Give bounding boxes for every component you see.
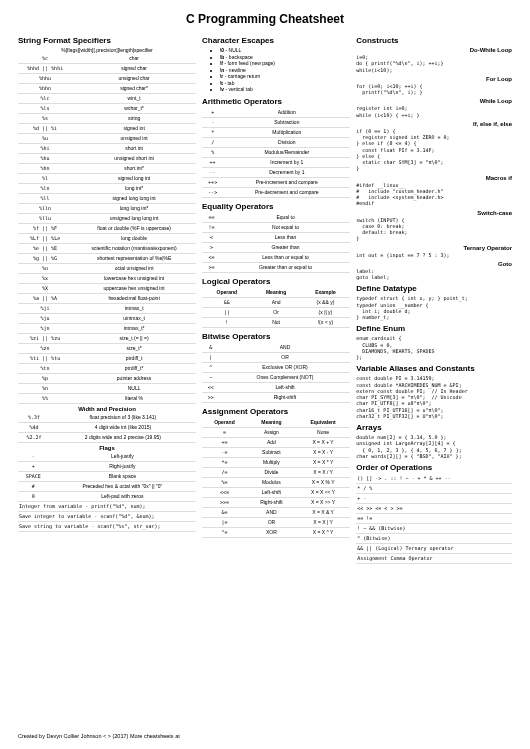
constructs-heading: Constructs	[356, 36, 512, 45]
table-row: %lswchar_t*	[18, 104, 196, 114]
table-row: &&And(x && y)	[202, 297, 350, 307]
table-row: Save integer to variable - scanf("%d", &…	[18, 512, 196, 522]
flags-table: -Left-justify+Right-justifySPACEBlank sp…	[18, 452, 196, 502]
format-footer-table: Integer from variable - printf("%d", num…	[18, 502, 196, 532]
table-row: ^=XORX = X ^ Y	[202, 527, 350, 537]
table-row: %juuintmax_t	[18, 314, 196, 324]
table-row: -Left-justify	[18, 452, 196, 462]
table-row: &AND	[202, 343, 350, 353]
table-row: == !=	[356, 514, 512, 524]
table-row: <<=Left-shiftX = X << Y	[202, 487, 350, 497]
equality-table: ==Equal to!=Not equal to<Less than>Great…	[202, 213, 350, 273]
width-precision-heading: Width and Precision	[18, 406, 196, 412]
table-row: %Modulus/Remainder	[202, 147, 350, 157]
define-enum-code: enum cardsuit { CLUBS = 0, DIAMONDS, HEA…	[356, 335, 512, 360]
table-row: %ti || %tuptrdiff_t	[18, 354, 196, 364]
table-row: %huunsigned short int	[18, 154, 196, 164]
dowhile-heading: Do-While Loop	[356, 47, 512, 53]
macros-heading: Macros if	[356, 175, 512, 181]
table-row: !=Not equal to	[202, 222, 350, 232]
for-code: for (i=0; i<10; ++i) { printf("%d\n", i)…	[356, 83, 512, 96]
format-specifiers-table: %cchar%hhd || %hhisigned char%hhuunsigne…	[18, 54, 196, 404]
table-row: !Not!(x < y)	[202, 317, 350, 327]
table-row: Save string to variable - scanf("%s", st…	[18, 522, 196, 532]
table-row: %lnlong int*	[18, 184, 196, 194]
table-row: <<Left-shift	[202, 382, 350, 392]
table-row: () [] -> . :: ! ~ - + * & ++ --	[356, 474, 512, 484]
assignment-table: OperandMeaningEquivalent=AssignNone+=Add…	[202, 418, 350, 538]
table-row: %llsigned long long int	[18, 194, 196, 204]
if-heading: If, else if, else	[356, 121, 512, 127]
list-item: \v - vertical tab	[220, 86, 350, 93]
table-row: %znsize_t*	[18, 344, 196, 354]
table-row: %ppointer address	[18, 374, 196, 384]
table-row: %hhnsigned char*	[18, 84, 196, 94]
bitwise-table: &AND|OR^Exclusive OR (XOR)~Ones Compleme…	[202, 343, 350, 403]
arrays-heading: Arrays	[356, 423, 512, 432]
table-row: +Addition	[202, 108, 350, 118]
table-row: %hhuunsigned char	[18, 74, 196, 84]
table-row: |OR	[202, 352, 350, 362]
ternary-code: int out = (input == 7 ? 5 : 3);	[356, 252, 512, 258]
table-row: ! ~ && (Bitwise)	[356, 524, 512, 534]
goto-code: label: goto label;	[356, 268, 512, 281]
table-row: %%literal %	[18, 394, 196, 404]
table-row: %nNULL	[18, 384, 196, 394]
table-row: /=DivideX = X / Y	[202, 467, 350, 477]
order-ops-heading: Order of Operations	[356, 463, 512, 472]
table-row: <Less than	[202, 232, 350, 242]
table-row: |=ORX = X | Y	[202, 517, 350, 527]
table-row: >Greater than	[202, 242, 350, 252]
table-row: -=SubtractX = X - Y	[202, 447, 350, 457]
footer-text: Created by Devyn Collier Johnson < > (20…	[18, 733, 180, 739]
while-code: register int i=0; while (i<10) { ++i; }	[356, 105, 512, 118]
order-ops-table: () [] -> . :: ! ~ - + * & ++ --* / %+ -<…	[356, 474, 512, 564]
table-row: ||Or(x || y)	[202, 307, 350, 317]
table-row: ^ (Bitwise)	[356, 534, 512, 544]
table-row: %g || %Gshortest representation of %e|%E	[18, 254, 196, 264]
switch-heading: Switch-case	[356, 210, 512, 216]
table-row: 0Left-pad with zeros	[18, 492, 196, 502]
table-row: %zi || %zusize_t (= || =)	[18, 334, 196, 344]
table-row: <=Less than or equal to	[202, 252, 350, 262]
table-row: +=AddX = X + Y	[202, 437, 350, 447]
if-code: if (0 == 1) { register signed int ZERO =…	[356, 128, 512, 172]
column-1: String Format Specifiers %[flags][width]…	[18, 32, 196, 564]
define-enum-heading: Define Enum	[356, 324, 512, 333]
format-specifiers-sub: %[flags][width][.precision][length]speci…	[18, 47, 196, 53]
table-row: &=ANDX = X & Y	[202, 507, 350, 517]
for-heading: For Loop	[356, 76, 512, 82]
table-row: ~Ones Complement (NOT)	[202, 372, 350, 382]
table-row: %uunsigned int	[18, 134, 196, 144]
table-row: SPACEBlank space	[18, 472, 196, 482]
var-aliases-code: const double PI = 3.14159; const double …	[356, 375, 512, 419]
table-row: --Decrement by 1	[202, 167, 350, 177]
table-row: %jiintmax_t	[18, 304, 196, 314]
table-row: << >> <= < > >=	[356, 504, 512, 514]
table-row: %hishort int	[18, 144, 196, 154]
table-row: %lluunsigned long long int	[18, 214, 196, 224]
define-datatype-heading: Define Datatype	[356, 284, 512, 293]
table-row: %lsigned long int	[18, 174, 196, 184]
table-row: >>=Right-shiftX = X >> Y	[202, 497, 350, 507]
table-row: =AssignNone	[202, 427, 350, 437]
table-row: >>Right-shift	[202, 392, 350, 402]
table-row: /Division	[202, 137, 350, 147]
char-escapes-heading: Character Escapes	[202, 36, 350, 45]
table-row: %hhd || %hhisigned char	[18, 64, 196, 74]
column-3: Constructs Do-While Loop i=0; do { print…	[356, 32, 512, 564]
table-row: *=MultiplyX = X * Y	[202, 457, 350, 467]
table-row: Assignment Comma Operator	[356, 554, 512, 564]
table-row: %.3ffloat precision of 3 (like 3.141)	[18, 413, 196, 423]
table-row: %jnintmax_t*	[18, 324, 196, 334]
page-title: C Programming Cheatsheet	[18, 12, 512, 26]
flags-heading: Flags	[18, 445, 196, 451]
table-row: %hnshort int*	[18, 164, 196, 174]
table-row: && || (Logical) Ternary operator	[356, 544, 512, 554]
table-row: *Multiplication	[202, 127, 350, 137]
goto-heading: Goto	[356, 261, 512, 267]
bitwise-heading: Bitwise Operators	[202, 332, 350, 341]
define-datatype-code: typedef struct { int x, y; } point_t; ty…	[356, 295, 512, 320]
table-row: %=ModulusX = X % Y	[202, 477, 350, 487]
table-row: %a || %Ahexadecimal float-point	[18, 294, 196, 304]
